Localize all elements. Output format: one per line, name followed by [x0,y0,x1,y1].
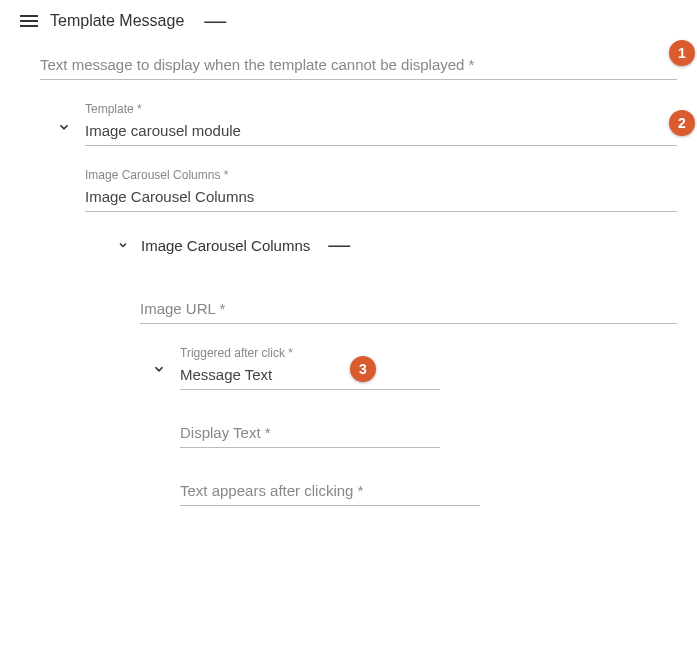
columns-section-title: Image Carousel Columns [141,237,310,254]
alt-text-field-group: 1 [40,52,677,80]
annotation-badge-3: 3 [350,356,376,382]
display-text-input[interactable]: Display Text * [180,420,440,448]
columns-label: Image Carousel Columns * [85,168,677,182]
template-label: Template * [85,102,677,116]
image-url-input[interactable]: Image URL * [140,296,677,324]
columns-section-header: Image Carousel Columns — [115,234,677,256]
columns-input[interactable] [85,184,677,212]
alt-text-input[interactable] [40,52,677,80]
chevron-down-icon[interactable] [115,237,131,253]
annotation-badge-1: 1 [669,40,695,66]
hamburger-icon[interactable] [20,15,38,27]
text-after-field-group: Text appears after clicking * [180,478,677,506]
annotation-badge-2: 2 [669,110,695,136]
chevron-down-icon[interactable] [57,120,73,136]
triggered-label: Triggered after click * [180,346,677,360]
columns-field-group: Image Carousel Columns * [85,168,677,212]
template-field-group: Template * 2 [85,102,677,146]
triggered-field-group: Triggered after click * 3 [180,346,677,390]
triggered-input[interactable] [180,362,440,390]
display-text-field-group: Display Text * [180,420,677,448]
header-row: Template Message — [20,10,677,32]
collapse-icon[interactable]: — [204,10,226,32]
text-after-input[interactable]: Text appears after clicking * [180,478,480,506]
chevron-down-icon[interactable] [152,362,168,378]
collapse-icon[interactable]: — [328,234,350,256]
template-input[interactable] [85,118,677,146]
page-title: Template Message [50,12,184,30]
image-url-field-group: Image URL * [140,296,677,324]
form-container: Template Message — 1 Template * 2 Image … [0,0,697,548]
